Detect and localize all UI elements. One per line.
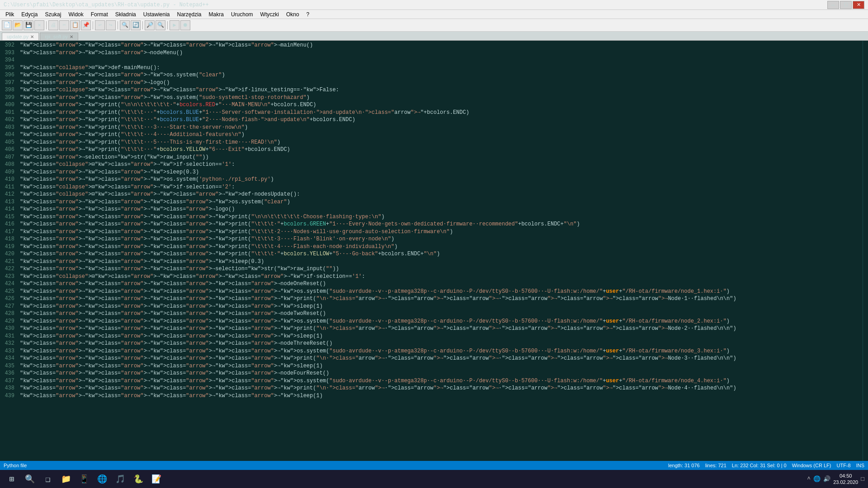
code-line-397: "kw">class="arrow">→"kw">class="arrow">→… (20, 79, 863, 87)
line-number-409: 409 (4, 169, 14, 176)
toolbar-find[interactable]: 🔍 (120, 20, 130, 30)
toolbar-close[interactable]: ✕ (34, 20, 44, 30)
code-line-416: "kw">class="arrow">→"kw">class="arrow">→… (20, 221, 863, 228)
menu-ustawienia[interactable]: Ustawienia (140, 10, 174, 19)
menu-?[interactable]: ? (303, 10, 313, 19)
start-button[interactable]: ⊞ (4, 471, 20, 487)
tab-1[interactable]: rpi_soft.py✕ (40, 33, 78, 40)
status-bar: Python file length: 31 076 lines: 721 Ln… (0, 461, 868, 470)
code-line-433: "kw">class="arrow">→"kw">class="arrow">→… (20, 347, 863, 355)
line-number-415: 415 (4, 213, 14, 221)
menu-uruchom[interactable]: Uruchom (227, 10, 257, 19)
code-line-393: "kw">class="arrow">→"kw">class="arrow">→… (20, 49, 863, 57)
menu-widok[interactable]: Widok (65, 10, 87, 19)
toolbar-new[interactable]: 📄 (2, 20, 12, 30)
line-number-419: 419 (4, 243, 14, 251)
code-line-398: "kw">class="collapse">⊟ "kw">class="arro… (20, 86, 863, 94)
line-number-438: 438 (4, 385, 14, 392)
menu-szukaj[interactable]: Szukaj (41, 10, 65, 19)
code-line-401: "kw">class="arrow">→"kw">print("\t\t\t··… (20, 109, 863, 117)
taskbar-notepadpp[interactable]: 📝 (148, 471, 165, 487)
line-number-439: 439 (4, 392, 14, 400)
menu-składnia[interactable]: Składnia (112, 10, 140, 19)
tab-close-1[interactable]: ✕ (70, 34, 73, 39)
line-number-422: 422 (4, 265, 14, 273)
line-number-429: 429 (4, 318, 14, 325)
toolbar-macro[interactable]: ⏺ (180, 20, 190, 30)
line-number-402: 402 (4, 116, 14, 124)
code-area[interactable]: "kw">class="arrow">→"kw">class="arrow">→… (18, 41, 863, 461)
taskbar-app4[interactable]: 🎵 (112, 471, 128, 487)
menu-format[interactable]: Format (87, 10, 112, 19)
menu-makra[interactable]: Makra (205, 10, 227, 19)
restore-button[interactable]: ☐ (840, 1, 852, 9)
title-bar: C:\Users\pfabi\Desktop\ota_updates\RH-ot… (0, 0, 868, 10)
code-line-426: "kw">class="arrow">→"kw">class="arrow">→… (20, 295, 863, 303)
scrollbar[interactable] (863, 41, 868, 461)
toolbar-print[interactable]: 🖨 (48, 20, 58, 30)
toolbar-replace[interactable]: 🔄 (131, 20, 141, 30)
tray-volume[interactable]: 🔊 (823, 475, 830, 483)
line-number-404: 404 (4, 131, 14, 139)
tab-0[interactable]: update.py✕ (2, 33, 39, 40)
line-number-420: 420 (4, 250, 14, 258)
editor-area: 3923933943953963973983994004014024034044… (0, 41, 868, 461)
toolbar-copy[interactable]: 📋 (70, 20, 80, 30)
code-line-432: "kw">class="arrow">→"kw">class="arrow">→… (20, 340, 863, 347)
task-view[interactable]: ❑ (40, 471, 56, 487)
code-line-404: "kw">class="arrow">→"kw">print("\t\t\t··… (20, 131, 863, 139)
toolbar-zoom-out[interactable]: 🔍 (156, 20, 165, 30)
line-number-398: 398 (4, 86, 14, 94)
line-number-434: 434 (4, 355, 14, 362)
minimize-button[interactable]: ─ (827, 1, 839, 9)
line-number-405: 405 (4, 139, 14, 146)
line-number-408: 408 (4, 161, 14, 169)
menu-wtyczki[interactable]: Wtyczki (257, 10, 283, 19)
tab-close-0[interactable]: ✕ (30, 34, 34, 39)
toolbar-zoom-in[interactable]: 🔎 (145, 20, 155, 30)
toolbar-paste[interactable]: 📌 (81, 20, 91, 30)
code-line-418: "kw">class="arrow">→"kw">class="arrow">→… (20, 235, 863, 243)
line-number-407: 407 (4, 154, 14, 161)
code-line-425: "kw">class="arrow">→"kw">class="arrow">→… (20, 288, 863, 296)
toolbar: 📄 📂 💾 ✕ 🖨 ✂ 📋 📌 ↩ ↪ 🔍 🔄 🔎 🔍 ▶ ⏺ (0, 19, 868, 32)
code-line-400: "kw">class="arrow">→"kw">print("\n\n\t\t… (20, 101, 863, 109)
tray-network[interactable]: 🌐 (813, 475, 821, 483)
menu-plik[interactable]: Plik (2, 10, 18, 19)
code-line-435: "kw">class="arrow">→"kw">class="arrow">→… (20, 362, 863, 370)
line-number-430: 430 (4, 325, 14, 333)
line-number-427: 427 (4, 303, 14, 310)
taskbar-chrome[interactable]: 🌐 (94, 471, 110, 487)
taskbar-viber[interactable]: 📱 (76, 471, 92, 487)
tray-chevron[interactable]: ^ (807, 476, 811, 483)
taskbar-app5[interactable]: 🐍 (130, 471, 146, 487)
menu-narzędzia[interactable]: Narzędzia (174, 10, 205, 19)
menu-okno[interactable]: Okno (283, 10, 303, 19)
code-line-419: "kw">class="arrow">→"kw">class="arrow">→… (20, 243, 863, 251)
file-length: length: 31 076 (668, 463, 700, 468)
line-number-414: 414 (4, 206, 14, 213)
search-taskbar[interactable]: 🔍 (22, 471, 38, 487)
code-line-403: "kw">class="arrow">→"kw">print("\t\t\t··… (20, 124, 863, 131)
toolbar-redo[interactable]: ↪ (106, 20, 116, 30)
toolbar-cut[interactable]: ✂ (59, 20, 69, 30)
close-button[interactable]: ✕ (853, 1, 864, 9)
toolbar-save[interactable]: 💾 (24, 20, 33, 30)
line-number-412: 412 (4, 191, 14, 198)
code-line-399: "kw">class="arrow">→"kw">class="arrow">→… (20, 94, 863, 102)
code-line-415: "kw">class="arrow">→"kw">class="arrow">→… (20, 213, 863, 221)
toolbar-sep-2 (93, 21, 93, 29)
toolbar-open[interactable]: 📂 (13, 20, 23, 30)
menu-edycja[interactable]: Edycja (18, 10, 41, 19)
code-line-429: "kw">class="arrow">→"kw">class="arrow">→… (20, 318, 863, 325)
code-line-422: "kw">class="arrow">→"kw">class="arrow">→… (20, 265, 863, 273)
toolbar-undo[interactable]: ↩ (95, 20, 105, 30)
line-number-435: 435 (4, 362, 14, 370)
line-number-394: 394 (4, 56, 14, 64)
toolbar-run[interactable]: ▶ (170, 20, 179, 30)
code-line-428: "kw">class="arrow">→"kw">class="arrow">→… (20, 310, 863, 318)
taskbar-explorer[interactable]: 📁 (58, 471, 74, 487)
line-number-428: 428 (4, 310, 14, 318)
clock[interactable]: 04:50 23.02.2020 (833, 473, 858, 486)
tray-notification[interactable]: □ (861, 476, 864, 483)
